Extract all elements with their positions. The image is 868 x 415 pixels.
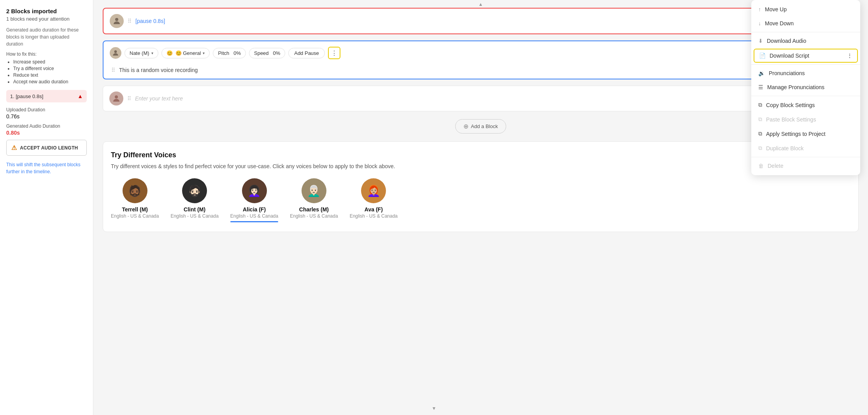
voice-name: Nate (M) xyxy=(130,50,149,56)
voice-name-0: Terrell (M) xyxy=(111,206,159,213)
voice-avatar-4: 👩🏼‍🦰 xyxy=(361,178,386,203)
add-pause-button[interactable]: Add Pause xyxy=(288,48,325,58)
sidebar-title: 2 Blocks imported xyxy=(6,8,87,14)
voice-avatar-0: 🧔🏾 xyxy=(123,178,147,203)
voice-card[interactable]: 🧔🏾 Terrell (M) English - US & Canada xyxy=(111,178,159,222)
voice-selector-button[interactable]: Nate (M) ▾ xyxy=(125,48,158,58)
block-3-avatar xyxy=(109,91,123,106)
block-2-wrapper: Nate (M) ▾ 😊 😊 General ▾ Pitch 0% Speed xyxy=(103,40,859,79)
voice-lang-0: English - US & Canada xyxy=(111,213,159,219)
block-issue-item[interactable]: 1. [pause 0.8s] ▲ xyxy=(6,90,87,102)
emotion-emoji: 😊 xyxy=(167,50,173,56)
block-issue-label: 1. [pause 0.8s] xyxy=(10,93,43,99)
speed-button[interactable]: Speed 0% xyxy=(249,48,285,58)
block-1-card: ⠿ [pause 0.8s] xyxy=(103,8,859,34)
block-2-toolbar: Nate (M) ▾ 😊 😊 General ▾ Pitch 0% Speed xyxy=(110,47,340,59)
voice-lang-4: English - US & Canada xyxy=(350,213,398,219)
drag-handle-2: ⠿ xyxy=(111,67,115,73)
delete-icon: 🗑 xyxy=(758,163,764,169)
svg-point-2 xyxy=(115,95,118,98)
menu-item-copy-block-settings[interactable]: ⧉ Copy Block Settings xyxy=(751,98,860,112)
add-pause-label: Add Pause xyxy=(294,50,319,56)
move-up-icon: ↑ xyxy=(758,6,761,12)
emotion-selector-button[interactable]: 😊 😊 General ▾ xyxy=(161,48,210,58)
block-1-text: [pause 0.8s] xyxy=(135,18,165,24)
menu-item-download-script[interactable]: 📄 Download Script ⋮ xyxy=(754,49,858,63)
voice-name-3: Charles (M) xyxy=(290,206,338,213)
pitch-button[interactable]: Pitch 0% xyxy=(213,48,246,58)
emotion-label: 😊 General xyxy=(175,50,201,56)
add-block-label: Add a Block xyxy=(471,123,498,129)
fix-item: Accept new audio duration xyxy=(13,79,87,84)
try-voices-panel: × Try Different Voices Try different voi… xyxy=(103,141,859,232)
menu-item-label-duplicate-block: Duplicate Block xyxy=(766,145,804,151)
uploaded-duration-label: Uploaded Duration xyxy=(6,107,87,113)
menu-item-move-down[interactable]: ↓ Move Down xyxy=(751,16,860,30)
voices-panel-description: Try different voices & styles to find pe… xyxy=(111,162,850,171)
menu-item-label-manage-pronunciations: Manage Pronunciations xyxy=(767,84,824,90)
uploaded-duration-value: 0.76s xyxy=(6,113,87,120)
voice-lang-2: English - US & Canada xyxy=(230,213,278,219)
block-1-avatar xyxy=(110,14,124,28)
voice-name-4: Ava (F) xyxy=(350,206,398,213)
add-block-button[interactable]: ⊕ Add a Block xyxy=(455,119,506,134)
menu-item-label-download-audio: Download Audio xyxy=(767,38,806,44)
menu-item-move-up[interactable]: ↑ Move Up xyxy=(751,2,860,16)
three-dots-in-menu[interactable]: ⋮ xyxy=(847,53,852,59)
chevron-down-icon: ▾ xyxy=(151,51,153,55)
menu-item-label-paste-block-settings: Paste Block Settings xyxy=(766,116,816,123)
download-script-icon: 📄 xyxy=(759,53,766,59)
speed-value: 0% xyxy=(273,50,280,56)
voice-card[interactable]: 👨🏻‍🦳 Charles (M) English - US & Canada xyxy=(290,178,338,222)
manage-pron-icon: ☰ xyxy=(758,84,763,90)
voice-avatar-1: 🧔🏻 xyxy=(182,178,207,203)
drag-handle-3: ⠿ xyxy=(127,95,131,102)
voice-lang-3: English - US & Canada xyxy=(290,213,338,219)
svg-point-0 xyxy=(115,18,118,21)
fix-item: Increase speed xyxy=(13,59,87,65)
fix-item: Try a different voice xyxy=(13,66,87,71)
menu-item-manage-pronunciations[interactable]: ☰ Manage Pronunciations xyxy=(751,80,860,94)
menu-item-download-audio[interactable]: ⬇ Download Audio xyxy=(751,34,860,48)
voice-card[interactable]: 👩🏻‍🦱 Alicia (F) English - US & Canada xyxy=(230,178,278,222)
copy-settings-icon: ⧉ xyxy=(758,102,762,108)
sidebar: 2 Blocks imported 1 blocks need your att… xyxy=(0,0,93,415)
menu-item-apply-settings[interactable]: ⧉ Apply Settings to Project xyxy=(751,127,860,141)
sidebar-how-to-fix: How to fix this: xyxy=(6,51,87,57)
speed-label: Speed xyxy=(254,50,269,56)
generated-duration-value: 0.80s xyxy=(6,130,87,136)
svg-point-1 xyxy=(114,50,117,53)
block-options-button[interactable]: ⋮ xyxy=(328,47,340,59)
main-content: ▲ ⠿ [pause 0.8s] Nate (M) ▾ 😊 xyxy=(93,0,868,415)
block-2-card: Nate (M) ▾ 😊 😊 General ▾ Pitch 0% Speed xyxy=(103,40,859,79)
pitch-value: 0% xyxy=(233,50,241,56)
context-menu: ↑ Move Up ↓ Move Down ⬇ Download Audio 📄… xyxy=(751,0,860,175)
scroll-up-indicator: ▲ xyxy=(479,2,483,7)
plus-icon: ⊕ xyxy=(463,123,468,130)
accept-btn-label: ACCEPT AUDIO LENGTH xyxy=(20,145,78,151)
drag-handle-1: ⠿ xyxy=(128,18,132,24)
menu-item-duplicate-block: ⧉ Duplicate Block xyxy=(751,141,860,155)
block-3-wrapper: ⠿ Enter your text here xyxy=(103,86,859,111)
menu-item-label-move-down: Move Down xyxy=(765,20,794,26)
sidebar-fixes-list: Increase speed Try a different voice Red… xyxy=(6,59,87,84)
voices-panel-title: Try Different Voices xyxy=(111,151,850,159)
voices-grid: 🧔🏾 Terrell (M) English - US & Canada 🧔🏻 … xyxy=(111,178,850,222)
move-down-icon: ↓ xyxy=(758,20,761,26)
voice-card[interactable]: 🧔🏻 Clint (M) English - US & Canada xyxy=(170,178,218,222)
block-3-card: ⠿ Enter your text here xyxy=(103,86,859,111)
menu-item-label-apply-settings: Apply Settings to Project xyxy=(766,131,826,137)
menu-item-label-download-script: Download Script xyxy=(770,53,809,59)
voice-card[interactable]: 👩🏼‍🦰 Ava (F) English - US & Canada xyxy=(350,178,398,222)
menu-item-delete: 🗑 Delete xyxy=(751,159,860,173)
voice-avatar-3: 👨🏻‍🦳 xyxy=(302,178,326,203)
accept-audio-length-button[interactable]: ⚠ ACCEPT AUDIO LENGTH xyxy=(6,140,87,156)
block-2-avatar xyxy=(110,47,121,59)
warning-icon: ⚠ xyxy=(11,144,17,151)
pronunciations-icon: 🔉 xyxy=(758,70,765,76)
generated-duration-label: Generated Audio Duration xyxy=(6,123,87,129)
voice-name-1: Clint (M) xyxy=(170,206,218,213)
menu-item-pronunciations[interactable]: 🔉 Pronunciations xyxy=(751,66,860,80)
paste-settings-icon: ⧉ xyxy=(758,116,762,123)
block-3-placeholder[interactable]: Enter your text here xyxy=(135,95,183,102)
